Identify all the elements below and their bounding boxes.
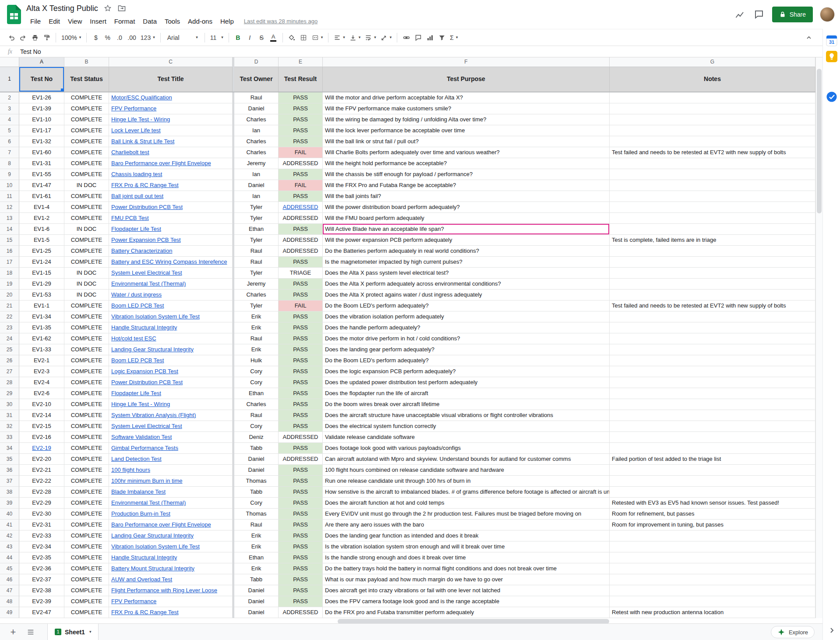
cell-test-no[interactable]: EV1-5 [19, 235, 64, 246]
cell-test-result[interactable]: ADDRESSED [279, 454, 323, 465]
cell-test-owner[interactable]: Erik [234, 322, 279, 333]
row-number-27[interactable]: 27 [0, 366, 19, 377]
cell-test-purpose[interactable]: Does the Alta X perform adequately acros… [323, 279, 610, 290]
row-number-22[interactable]: 22 [0, 311, 19, 322]
cell-test-result[interactable]: ADDRESSED [279, 213, 323, 224]
column-header-e[interactable]: E [279, 57, 323, 67]
cell-test-no[interactable]: EV1-15 [19, 268, 64, 279]
column-header-b[interactable]: B [64, 57, 109, 67]
cell-test-purpose[interactable]: Do the Batteries perform adequately in r… [323, 246, 610, 257]
cell-test-title[interactable]: FRX Pro & RC Range Test [109, 180, 233, 191]
row-number-32[interactable]: 32 [0, 421, 19, 432]
row-number-20[interactable]: 20 [0, 290, 19, 301]
cell-link[interactable]: 100hr minimum Burn in time [111, 477, 183, 484]
cell-test-no[interactable]: EV1-2 [19, 213, 64, 224]
row-number-19[interactable]: 19 [0, 279, 19, 290]
row-number-2[interactable]: 2 [0, 92, 19, 103]
row-number-34[interactable]: 34 [0, 443, 19, 454]
menu-file[interactable]: File [26, 16, 45, 26]
cell-test-purpose[interactable]: Does footage look good with various payl… [323, 443, 610, 454]
cell-test-title[interactable]: Logic Expansion PCB Test [109, 366, 233, 377]
cell-link[interactable]: Vibration Isolation System Life Test [111, 313, 200, 320]
cell-test-owner[interactable]: Cory [234, 366, 279, 377]
cell-test-purpose[interactable]: Will Charlie Bolts perform adequately ov… [323, 147, 610, 158]
cell-test-purpose[interactable]: Run one release candidate unit through 1… [323, 476, 610, 487]
cell-notes[interactable] [610, 596, 815, 607]
row-number-9[interactable]: 9 [0, 169, 19, 180]
cell-link[interactable]: Battery Characterization [111, 248, 172, 254]
cell-test-title[interactable]: Vibration Isolation System Life Test [109, 311, 233, 322]
cell-notes[interactable] [610, 399, 815, 410]
cell-test-owner[interactable]: Tabb [234, 487, 279, 498]
cell-test-no[interactable]: EV2-15 [19, 421, 64, 432]
insert-chart-button[interactable] [424, 32, 436, 44]
cell-test-purpose[interactable]: Will the wiring be damaged by folding / … [323, 114, 610, 125]
cell-link[interactable]: Baro Performance over Flight Envelope [111, 521, 211, 528]
borders-button[interactable] [298, 32, 310, 44]
cell-header-test-status[interactable]: Test Status [64, 67, 109, 92]
format-currency-button[interactable]: $ [90, 32, 102, 44]
redo-button[interactable] [17, 32, 29, 44]
cell-test-result[interactable]: PASS [279, 191, 323, 202]
row-number-15[interactable]: 15 [0, 235, 19, 246]
cell-notes[interactable]: Test is complete, failed items are in tr… [610, 235, 815, 246]
cell-test-status[interactable]: COMPLETE [64, 476, 109, 487]
cell-test-result[interactable]: PASS [279, 103, 323, 114]
cell-test-status[interactable]: COMPLETE [64, 552, 109, 563]
menu-data[interactable]: Data [139, 16, 161, 26]
cell-test-purpose[interactable]: Will the lock lever performance be accep… [323, 125, 610, 136]
cell-test-status[interactable]: COMPLETE [64, 114, 109, 125]
cell-link[interactable]: Handle Structural Integrity [111, 324, 177, 331]
cell-test-status[interactable]: COMPLETE [64, 246, 109, 257]
print-button[interactable] [29, 32, 41, 44]
format-percent-button[interactable]: % [102, 32, 113, 44]
cell-notes[interactable] [610, 355, 815, 366]
cell-test-status[interactable]: COMPLETE [64, 509, 109, 520]
cell-test-result[interactable]: PASS [279, 410, 323, 421]
cell-test-status[interactable]: COMPLETE [64, 355, 109, 366]
cell-test-no[interactable]: EV2-29 [19, 498, 64, 509]
cell-test-purpose[interactable]: Will Active Blade have an acceptable lif… [323, 224, 610, 235]
cell-test-result[interactable]: PASS [279, 311, 323, 322]
cell-test-owner[interactable]: Raul [234, 520, 279, 530]
cell-test-status[interactable]: COMPLETE [64, 103, 109, 114]
last-edit-link[interactable]: Last edit was 28 minutes ago [244, 18, 318, 25]
cell-notes[interactable] [610, 541, 815, 552]
row-number-18[interactable]: 18 [0, 268, 19, 279]
cell-test-no[interactable]: EV2-28 [19, 487, 64, 498]
cell-test-purpose[interactable]: Can aircraft autoland with Mpro and skyv… [323, 454, 610, 465]
column-header-c[interactable]: C [109, 57, 233, 67]
cell-notes[interactable] [610, 290, 815, 301]
cell-notes[interactable] [610, 421, 815, 432]
cell-test-no[interactable]: EV2-3 [19, 366, 64, 377]
cell-test-title[interactable]: Power Expansion PCB Test [109, 235, 233, 246]
row-number-23[interactable]: 23 [0, 322, 19, 333]
cell-test-no[interactable]: EV2-37 [19, 574, 64, 585]
cell-test-purpose[interactable]: Do the Boom LED's perform adequately? [323, 355, 610, 366]
cell-test-title[interactable]: Landing Gear Structural Integrity [109, 344, 233, 355]
formula-input[interactable]: Test No [20, 48, 41, 55]
cell-test-purpose[interactable]: Validate release candidate software [323, 432, 610, 443]
row-number-24[interactable]: 24 [0, 333, 19, 344]
row-number-48[interactable]: 48 [0, 596, 19, 607]
cell-test-status[interactable]: COMPLETE [64, 147, 109, 158]
cell-notes[interactable] [610, 476, 815, 487]
cell-test-no[interactable]: EV1-25 [19, 246, 64, 257]
cell-test-purpose[interactable]: Will the power expansion PCB perform ade… [323, 235, 610, 246]
cell-test-purpose[interactable]: Do the Boom LED's perform adequately? [323, 301, 610, 311]
cell-notes[interactable]: Room for improvement in tuning, but pass… [610, 520, 815, 530]
cell-test-result[interactable]: ADDRESSED [279, 246, 323, 257]
cell-test-purpose[interactable]: Do the battery trays hold the battery in… [323, 563, 610, 574]
cell-test-status[interactable]: COMPLETE [64, 541, 109, 552]
cell-notes[interactable]: Test failed and needs to be retested at … [610, 147, 815, 158]
cell-link[interactable]: Environmental Test (Thermal) [111, 280, 186, 287]
row-number-31[interactable]: 31 [0, 410, 19, 421]
cell-test-result[interactable]: PASS [279, 574, 323, 585]
cell-test-no[interactable]: EV1-1 [19, 301, 64, 311]
cell-test-no[interactable]: EV2-4 [19, 377, 64, 388]
cell-notes[interactable] [610, 443, 815, 454]
cell-notes[interactable] [610, 530, 815, 541]
cell-test-owner[interactable]: Cory [234, 498, 279, 509]
cell-link[interactable]: EV2-19 [32, 445, 51, 451]
cell-test-title[interactable]: FMU PCB Test [109, 213, 233, 224]
